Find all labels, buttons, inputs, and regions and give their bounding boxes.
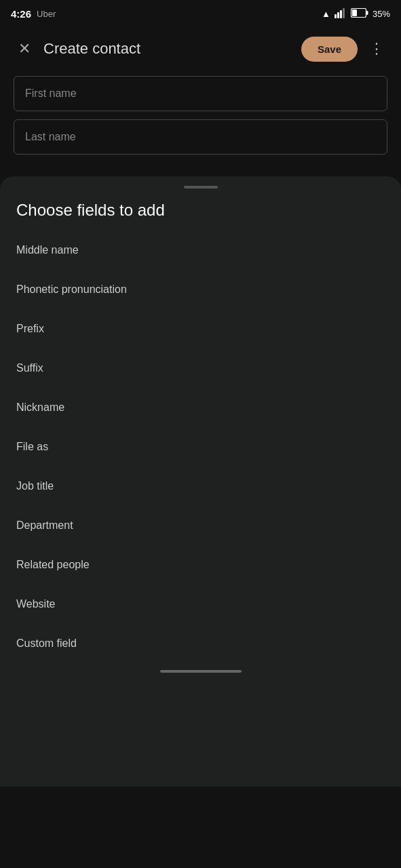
page-title: Create contact xyxy=(43,40,301,58)
svg-rect-3 xyxy=(343,8,345,18)
svg-rect-0 xyxy=(335,14,337,18)
status-left: 4:26 Uber xyxy=(11,8,56,20)
toolbar: ✕ Create contact Save ⋮ xyxy=(0,27,401,71)
sheet-handle-container xyxy=(0,176,401,194)
form-area xyxy=(0,71,401,163)
more-icon: ⋮ xyxy=(369,40,385,58)
list-item[interactable]: Job title xyxy=(0,467,401,506)
battery-icon xyxy=(351,8,368,20)
status-right: ▲ 35% xyxy=(322,7,390,20)
status-time: 4:26 xyxy=(11,8,31,20)
more-options-button[interactable]: ⋮ xyxy=(363,35,390,62)
wifi-icon: ▲ xyxy=(322,9,330,19)
svg-rect-5 xyxy=(366,11,368,15)
list-item[interactable]: Nickname xyxy=(0,388,401,427)
svg-rect-1 xyxy=(337,12,339,18)
signal-icon xyxy=(335,7,347,20)
list-item[interactable]: Department xyxy=(0,506,401,545)
status-bar: 4:26 Uber ▲ 35% xyxy=(0,0,401,27)
list-item[interactable]: Website xyxy=(0,585,401,624)
bottom-sheet: Choose fields to add Middle namePhonetic… xyxy=(0,176,401,787)
list-item[interactable]: Suffix xyxy=(0,349,401,388)
list-item[interactable]: Middle name xyxy=(0,231,401,270)
status-app: Uber xyxy=(37,9,56,19)
sheet-handle xyxy=(184,186,218,189)
save-button[interactable]: Save xyxy=(301,37,358,62)
sheet-title: Choose fields to add xyxy=(0,194,401,231)
list-item[interactable]: File as xyxy=(0,427,401,467)
home-bar xyxy=(160,670,242,673)
list-item[interactable]: Phonetic pronunciation xyxy=(0,270,401,309)
battery-percent: 35% xyxy=(373,9,390,19)
last-name-input[interactable] xyxy=(14,119,387,155)
list-item[interactable]: Prefix xyxy=(0,309,401,349)
home-indicator xyxy=(0,663,401,679)
close-button[interactable]: ✕ xyxy=(11,35,38,62)
close-icon: ✕ xyxy=(18,40,31,58)
list-item[interactable]: Related people xyxy=(0,545,401,585)
svg-rect-2 xyxy=(340,10,342,18)
list-item[interactable]: Custom field xyxy=(0,624,401,663)
field-list: Middle namePhonetic pronunciationPrefixS… xyxy=(0,231,401,663)
first-name-input[interactable] xyxy=(14,76,387,111)
svg-rect-6 xyxy=(352,9,357,16)
